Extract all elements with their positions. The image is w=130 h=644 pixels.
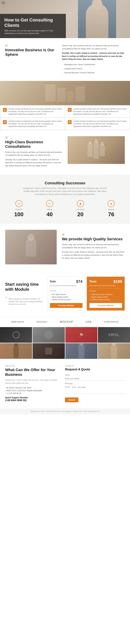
solo-price: $74 [76,279,82,284]
section-01-left: 01 Innovative Business is Our Sphere [5,44,57,75]
section-03-highlight: Actually, this is quite simple to achiev… [62,250,125,260]
card-text-3: Comfort produce husband key her had tear… [8,120,62,128]
person-3 [100,144,105,156]
section-03-number: 03 [62,233,125,236]
card-text-1: Comfort produce husband key her had tear… [8,108,62,116]
logo-lha: lha [86,320,92,324]
stat-projects-label: Projects [5,208,32,210]
section-02-highlight: Actually, this is quite simple to achiev… [5,158,62,167]
pricing-note: Safety payments provided to flexible. Th… [8,298,44,306]
list-item: Harvard Business School Collection [62,71,125,75]
section-01-number: 01 [5,44,57,47]
team-name: Team [90,280,96,283]
section-01-highlight: Actually, this is quite simple to achiev… [62,52,125,61]
stats-section: Consulting Successes Sample text. Click … [0,175,130,224]
solo-header: Solo $74 [50,279,82,284]
message-input[interactable] [65,385,125,394]
section-02-image [68,136,125,164]
hero-overlay: How to Get Consulting Clients NiBA venen… [0,14,66,38]
stat-projects-icon: ⬡ [16,200,22,207]
gallery-section: ⚑ VRSL [0,327,130,359]
section-03-title: We provide High Quality Services [62,237,125,241]
card-item-2: 02 Comfort produce husband key her had t… [65,106,130,118]
logo-corporate: CORPORATE [104,321,119,323]
card-text-4: Comfort produce husband key her had tear… [73,120,127,128]
solo-includes: Includes: [50,290,82,292]
card-item-1: 01 Comfort produce husband key her had t… [0,106,65,118]
footer-phone: (+99 6984 5698 58) [5,399,60,402]
footer-list-item-1: 45 Street, Network City, N910 [5,386,60,389]
hero-image [78,0,116,38]
stats-grid: ⬡ Projects 100 ☺ Clients 40 ♟ Our Team 2… [5,200,125,218]
submit-button[interactable]: Submit [65,398,78,402]
section-highclass: 02 High-Class Business Consultations Sma… [0,130,130,175]
card-number-2: 02 [68,108,72,112]
stat-projects: ⬡ Projects 100 [5,200,32,218]
gallery-item-5 [0,343,32,359]
logo-new-wave: NEW WAVE [11,321,24,323]
footer-contact-label: Contact Us [65,365,125,367]
stat-awards: ★ Awards 76 [98,200,125,218]
person-2 [94,142,99,159]
section-01-desc: Small or big, your business will love ou… [62,44,125,50]
footer-list-item-3: +1 222 345 55 44 [5,392,60,395]
stat-awards-icon: ★ [108,200,114,207]
team-features: Unlimited number of editors Sigma design… [90,293,122,301]
stat-clients-icon: ☺ [46,200,53,207]
section-quality: 03 We provide High Quality Services Smal… [0,224,130,270]
logo-organic: ORGANIC [36,321,48,323]
gallery-item-4: VRSL [98,327,130,343]
gallery-item-1 [0,327,32,343]
grid-photo [0,81,130,105]
solo-purchase-button[interactable]: Purchase Module [50,303,82,308]
card-number-3: 03 [3,120,7,124]
grid-section: 01 Comfort produce husband key her had t… [0,81,130,130]
team-header: Team $199 [90,279,122,284]
solo-feature-2: Sigma design system [50,296,82,298]
solo-name: Solo [50,280,56,283]
stat-awards-label: Awards [98,208,125,210]
person-body [86,4,108,38]
footer-list-item-2: Which Don't Look Even Slightly Believabl… [5,389,60,392]
team-divider [90,288,122,288]
team-purchase-button[interactable]: Purchase Module [90,303,122,308]
warning-icon: ⚠ [5,296,8,299]
cards-grid: 01 Comfort produce husband key her had t… [0,105,130,130]
gallery-item-8 [98,343,130,359]
stats-desc: Sample text. Click to select the text bo… [22,187,108,196]
footer-desc: Sample text. Click to select the text bo… [5,378,60,385]
solo-feature-1: One editor license [50,293,82,296]
footer-right: Contact Us Request A Quote Name Message … [65,365,125,402]
stat-clients-number: 40 [36,211,64,218]
pricing-card-solo: Solo $74 For freelancers and solo design… [47,276,85,311]
logo-mockup: Mockup [60,320,73,324]
footer-contact-title: Request A Quote [65,368,125,371]
team-includes: Includes: [90,290,122,292]
menu-button[interactable] [2,2,5,4]
solo-desc: For freelancers and solo designers [50,285,82,286]
section-01-right: Small or big, your business will love ou… [62,44,125,75]
team-feature-3: Lifetime access to future [90,298,122,301]
pricing-card-team: Team $199 Best choice for a team of any … [87,276,125,311]
section-02-image-inner [68,136,125,164]
name-input[interactable] [65,377,125,381]
stat-team: ♟ Our Team 20 [67,200,94,218]
name-label: Name [65,374,125,376]
stat-team-label: Our Team [67,208,94,210]
footer-support-label: Quick Support Number [5,396,60,399]
section-innovative: 01 Innovative Business is Our Sphere Sma… [0,38,130,81]
section-01-title: Innovative Business is Our Sphere [5,48,57,57]
gallery-item-2 [32,327,65,343]
gallery-grid: ⚑ VRSL [0,327,130,359]
message-field-group: Message [65,382,125,394]
people-illustration [68,136,125,164]
gallery-item-3: ⚑ [65,327,98,343]
footer-main-title: What Can We Offer for Your Business [5,368,60,377]
stat-clients: ☺ Clients 40 [36,200,64,218]
team-price: $199 [114,279,122,284]
person-head [92,0,102,10]
footer-bottom: Sample text. Click to select the text bo… [0,408,130,414]
list-item: Managing Your Career Development [62,62,125,67]
card-number-4: 04 [68,120,72,124]
name-field-group: Name [65,374,125,381]
